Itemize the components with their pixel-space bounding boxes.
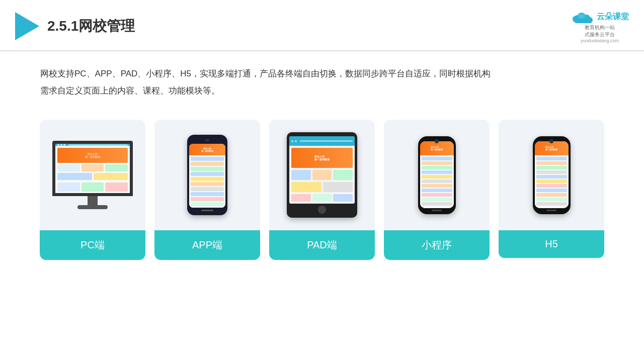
h5-screen: 职达人的第一堂判断课	[535, 141, 569, 208]
phone-home-indicator	[201, 210, 213, 211]
desc-line: 网校支持PC、APP、PAD、小程序、H5，实现多端打通，产品各终端自由切换，数…	[40, 69, 491, 78]
card-pad-label: PAD端	[269, 230, 375, 260]
card-pad-image: 职达人的第一堂判断课	[269, 120, 375, 230]
card-h5: 职达人的第一堂判断课	[499, 120, 604, 260]
phone-punch-icon	[435, 139, 439, 143]
card-h5-image: 职达人的第一堂判断课	[499, 120, 604, 230]
phone-screen: 职达人的第一堂判断课	[189, 144, 225, 208]
card-pc: 职达人的第一堂判断课	[40, 120, 145, 260]
miniprogram-phone-mockup: 职达人的第一堂判断课	[418, 136, 456, 214]
brand-slogan: 教育机构一站 式服务云平台	[585, 24, 615, 38]
page-title: 2.5.1网校管理	[47, 17, 135, 36]
svg-point-5	[578, 14, 585, 19]
card-app: 职达人的第一堂判断课	[154, 120, 260, 260]
card-pad: 职达人的第一堂判断课	[269, 120, 375, 260]
card-pc-label: PC端	[40, 230, 145, 260]
h5-phone-mockup: 职达人的第一堂判断课	[533, 136, 571, 214]
card-app-image: 职达人的第一堂判断课	[154, 120, 260, 230]
card-h5-label: H5	[499, 230, 604, 258]
card-app-label: APP端	[154, 230, 260, 260]
brand-url: yunduoketang.com	[581, 38, 619, 43]
desc-line2: 需求自定义页面上的内容、课程、功能模块等。	[40, 86, 220, 96]
card-miniprogram-label: 小程序	[384, 230, 490, 260]
cards-container: 职达人的第一堂判断课	[0, 110, 644, 270]
h5-home-bar	[546, 210, 556, 211]
card-miniprogram: 职达人的第一堂判断课	[384, 120, 490, 260]
pad-tablet-mockup: 职达人的第一堂判断课	[287, 132, 357, 218]
card-miniprogram-image: 职达人的第一堂判断课	[384, 120, 490, 230]
miniprogram-home-bar	[432, 210, 442, 211]
logo-triangle-icon	[15, 12, 39, 40]
brand-logo: 云朵课堂	[571, 9, 629, 24]
header-left: 2.5.1网校管理	[15, 12, 135, 40]
app-phone-mockup: 职达人的第一堂判断课	[187, 135, 227, 215]
brand-name: 云朵课堂	[597, 12, 629, 22]
tablet-home-btn	[318, 206, 326, 214]
description-text: 网校支持PC、APP、PAD、小程序、H5，实现多端打通，产品各终端自由切换，数…	[0, 51, 644, 110]
svg-rect-4	[575, 19, 592, 23]
h5-phone-punch-icon	[549, 139, 553, 143]
miniprogram-screen: 职达人的第一堂判断课	[420, 141, 454, 208]
phone-notch	[201, 139, 213, 142]
monitor-screen: 职达人的第一堂判断课	[52, 141, 133, 196]
pc-monitor-mockup: 职达人的第一堂判断课	[52, 141, 133, 209]
card-pc-image: 职达人的第一堂判断课	[40, 120, 145, 230]
header: 2.5.1网校管理 云朵课堂 教育机构一站 式服务云平台 yunduoketan…	[0, 0, 644, 51]
tablet-screen: 职达人的第一堂判断课	[289, 136, 355, 204]
cloud-icon	[571, 9, 593, 24]
brand-area: 云朵课堂 教育机构一站 式服务云平台 yunduoketang.com	[571, 9, 629, 43]
